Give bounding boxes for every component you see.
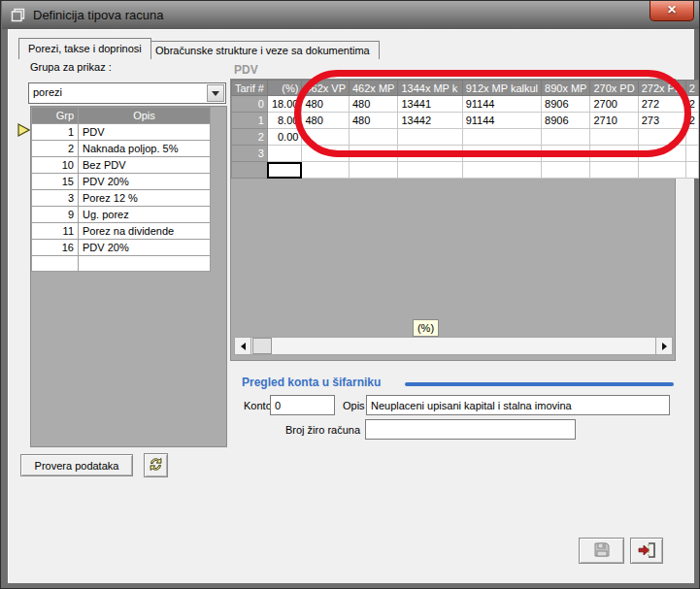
save-button[interactable] (579, 538, 624, 564)
pdv-table-head: Tarif #(%)462x VP462x MP1344x MP k912x M… (232, 81, 699, 96)
group-cell-grp[interactable]: 11 (32, 223, 79, 240)
pdv-row-header-cell[interactable]: 1 (232, 113, 268, 129)
pdv-cell[interactable]: 480 (350, 113, 398, 129)
pdv-cell[interactable]: 480 (302, 113, 350, 129)
provera-podataka-button[interactable]: Provera podataka (20, 454, 133, 476)
pdv-cell[interactable] (462, 146, 541, 162)
pdv-cell[interactable]: 272 (638, 96, 685, 113)
pdv-cell[interactable]: 480 (302, 96, 350, 113)
horizontal-scrollbar[interactable] (234, 337, 673, 355)
group-row[interactable]: 16PDV 20% (32, 240, 211, 256)
group-cell-opis[interactable]: Ug. porez (79, 207, 211, 223)
pdv-cell[interactable] (398, 146, 462, 162)
form-icon (11, 8, 25, 22)
group-row[interactable]: 9Ug. porez (32, 207, 211, 223)
group-cell-opis[interactable]: Naknada poljop. 5% (79, 141, 211, 157)
pdv-cell[interactable] (685, 162, 698, 179)
group-cell-opis[interactable]: PDV (79, 124, 211, 141)
grid-tooltip: (%) (413, 319, 439, 337)
pdv-cell[interactable] (685, 129, 698, 146)
group-cell-opis[interactable]: Porez na dividende (79, 223, 211, 240)
pdv-row-header-cell[interactable]: 3 (232, 146, 268, 162)
pdv-cell[interactable] (638, 146, 685, 162)
pdv-column-header: Tarif # (232, 81, 268, 96)
pdv-row-header-cell[interactable]: 2 (232, 129, 268, 146)
pdv-cell[interactable]: 13442 (398, 113, 462, 129)
pdv-cell[interactable]: 91144 (462, 96, 541, 113)
group-row[interactable]: 11Porez na dividende (32, 223, 211, 240)
pdv-cell[interactable]: 2710 (590, 113, 638, 129)
pdv-cell[interactable] (590, 162, 638, 179)
pdv-cell[interactable] (638, 129, 685, 146)
pdv-cell[interactable]: 2 (685, 113, 698, 129)
group-cell-opis (79, 256, 211, 272)
pdv-cell[interactable] (398, 129, 462, 146)
group-cell-grp[interactable]: 9 (32, 207, 79, 223)
pdv-cell[interactable] (542, 162, 590, 179)
group-cell-opis[interactable]: Bez PDV (79, 157, 211, 174)
group-cell-grp[interactable]: 2 (32, 141, 79, 157)
group-empty-row (32, 256, 211, 272)
pdv-cell[interactable] (685, 146, 698, 162)
pdv-row-header-cell[interactable] (232, 162, 268, 179)
pdv-cell[interactable] (398, 162, 462, 179)
group-cell-grp[interactable]: 15 (32, 174, 79, 190)
pdv-cell[interactable] (350, 146, 398, 162)
pdv-cell[interactable] (638, 162, 685, 179)
pdv-cell[interactable] (302, 129, 350, 146)
refresh-button[interactable] (144, 453, 168, 477)
konto-input[interactable] (270, 395, 335, 415)
pdv-cell[interactable] (542, 146, 590, 162)
group-row[interactable]: 10Bez PDV (32, 157, 211, 174)
group-cell-grp[interactable]: 3 (32, 190, 79, 207)
scrollbar-thumb[interactable] (252, 338, 272, 354)
group-cell-grp[interactable]: 10 (32, 157, 79, 174)
exit-button[interactable] (630, 538, 663, 564)
pdv-cell[interactable] (267, 146, 301, 162)
pdv-cell[interactable] (542, 129, 590, 146)
pdv-cell[interactable] (462, 129, 541, 146)
pdv-cell[interactable]: 8.00 (267, 113, 301, 129)
pdv-cell[interactable] (350, 162, 398, 179)
group-row[interactable]: 3Porez 12 % (32, 190, 211, 207)
pdv-cell[interactable] (302, 162, 350, 179)
group-row[interactable]: 2Naknada poljop. 5% (32, 141, 211, 157)
group-combobox[interactable]: porezi (28, 82, 226, 104)
pdv-cell[interactable]: 273 (638, 113, 685, 129)
group-cell-grp[interactable]: 16 (32, 240, 79, 256)
group-column-header: Grp (32, 108, 79, 124)
scroll-left-button[interactable] (235, 338, 251, 354)
scroll-right-button[interactable] (655, 338, 672, 354)
group-row[interactable]: 15PDV 20% (32, 174, 211, 190)
close-button[interactable]: ✕ (650, 1, 694, 21)
pdv-cell[interactable]: 2 (685, 96, 698, 113)
pdv-cell[interactable] (590, 129, 638, 146)
group-cell-opis[interactable]: PDV 20% (79, 174, 211, 190)
pdv-cell[interactable]: 91144 (462, 113, 541, 129)
pdv-cell[interactable]: 8906 (542, 96, 590, 113)
pdv-cell[interactable] (350, 129, 398, 146)
tab-porezi-takse-doprinosi[interactable]: Porezi, takse i doprinosi (18, 38, 151, 59)
ziro-racun-input[interactable] (365, 419, 576, 440)
group-cell-opis[interactable]: PDV 20% (79, 240, 211, 256)
pdv-cell[interactable]: 13441 (398, 96, 462, 113)
pdv-cell[interactable]: 480 (350, 96, 398, 113)
group-cell-grp (32, 256, 79, 272)
pdv-cell[interactable]: 2700 (590, 96, 638, 113)
pdv-cell[interactable] (590, 146, 638, 162)
pdv-cell[interactable] (302, 146, 350, 162)
pdv-cell[interactable]: 18.00 (267, 96, 301, 113)
pdv-cell[interactable]: 8906 (542, 113, 590, 129)
pdv-cell[interactable] (267, 162, 301, 179)
combobox-dropdown-button[interactable] (207, 84, 224, 102)
opis-input[interactable] (366, 395, 670, 415)
group-cell-opis[interactable]: Porez 12 % (79, 190, 211, 207)
pdv-cell[interactable]: 0.00 (267, 129, 301, 146)
pdv-row (232, 162, 699, 179)
pdv-row-header-cell[interactable]: 0 (232, 96, 268, 113)
pdv-row: 20.00 (232, 129, 699, 146)
group-row[interactable]: 1PDV (32, 124, 211, 141)
tab-obracunske-strukture[interactable]: Obračunske strukture i veze sa dokumenti… (146, 41, 380, 59)
pdv-cell[interactable] (462, 162, 541, 179)
group-cell-grp[interactable]: 1 (32, 124, 79, 141)
